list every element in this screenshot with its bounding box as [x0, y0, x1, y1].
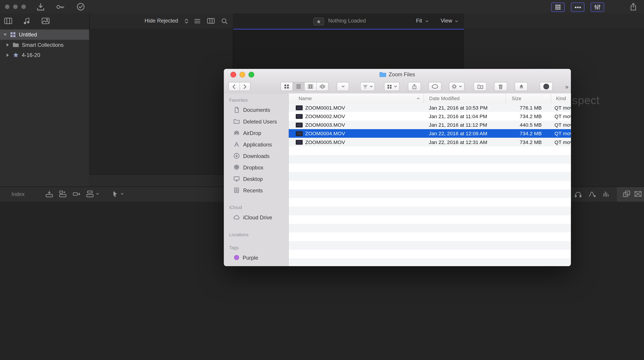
grid-icon	[555, 4, 561, 10]
audio-meters-icon[interactable]	[602, 190, 609, 198]
keyword-key-icon[interactable]	[56, 3, 65, 11]
icon-view-button[interactable]	[281, 82, 292, 90]
list-body: ZOOM0001.MOVJan 21, 2016 at 10:53 PM776.…	[289, 103, 571, 266]
edit-overwrite-icon[interactable]	[86, 190, 94, 198]
finder-sidebar-item-green[interactable]: Green	[224, 263, 288, 266]
fcp-library-sidebar: UntitledSmart Collections4-16-20	[0, 29, 90, 187]
column-header-size[interactable]: Size	[506, 93, 551, 103]
disclosure-right-icon[interactable]	[6, 43, 10, 47]
downloads-icon	[233, 153, 240, 159]
fcp-sidebar-item[interactable]: Untitled	[0, 29, 89, 40]
titles-sidebar-toggle-icon[interactable]	[42, 17, 50, 25]
filmstrip-view-icon[interactable]	[207, 17, 215, 24]
skimming-icon[interactable]	[588, 190, 596, 198]
file-name: ZOOM0005.MOV	[305, 139, 345, 145]
finder-sidebar-item-documents[interactable]: Documents	[224, 104, 288, 116]
finder-sidebar-item-purple[interactable]: Purple	[224, 252, 288, 263]
finder-sidebar-item-downloads[interactable]: Downloads	[224, 150, 288, 162]
dropbox-icon	[233, 164, 240, 171]
file-name: ZOOM0001.MOV	[305, 105, 345, 111]
chevron-down-icon	[341, 85, 345, 88]
delete-button[interactable]	[494, 82, 507, 91]
toolbar-overflow-button[interactable]: »	[562, 82, 571, 91]
chevron-down-icon[interactable]	[120, 192, 124, 195]
zoom-fit-menu[interactable]: Fit	[416, 17, 422, 24]
column-header-name[interactable]: Name	[289, 93, 424, 103]
background-tasks-icon[interactable]	[76, 2, 85, 11]
connect-server-button[interactable]	[540, 82, 553, 91]
tags-button[interactable]	[428, 82, 442, 91]
window-zoom-dot[interactable]	[22, 4, 26, 9]
minimize-button[interactable]	[240, 72, 245, 78]
file-size: 776.1 MB	[506, 105, 551, 111]
pills-icon	[574, 4, 581, 10]
finder-sidebar-item-recents[interactable]: Recents	[224, 184, 288, 196]
favorite-star-chip[interactable]	[313, 17, 324, 25]
file-row[interactable]: ZOOM0003.MOVJan 21, 2016 at 11:12 PM440.…	[289, 121, 571, 129]
movie-file-icon	[296, 131, 303, 136]
file-row[interactable]: ZOOM0001.MOVJan 21, 2016 at 10:53 PM776.…	[289, 103, 571, 112]
grid-icon	[387, 84, 392, 89]
view-menu[interactable]: View	[440, 17, 452, 24]
zoom-button[interactable]	[248, 72, 254, 78]
sort-ascending-icon	[416, 97, 420, 100]
finder-sidebar-item-dropbox[interactable]: Dropbox	[224, 162, 288, 173]
eject-button[interactable]	[515, 82, 528, 91]
close-button[interactable]	[230, 72, 236, 78]
disclosure-down-icon[interactable]	[4, 33, 8, 36]
edit-insert-icon[interactable]	[59, 190, 67, 198]
share-icon[interactable]	[629, 2, 637, 11]
finder-sidebar-item-icloud-drive[interactable]: iCloud Drive	[224, 211, 288, 223]
new-folder-button[interactable]	[474, 82, 486, 91]
file-date-modified: Jan 21, 2016 at 11:04 PM	[424, 113, 506, 119]
forward-button[interactable]	[239, 82, 250, 90]
timeline-index-view-button[interactable]	[571, 2, 584, 12]
item-size-popup[interactable]	[384, 82, 400, 91]
chevron-left-icon	[232, 84, 236, 89]
search-icon[interactable]	[221, 17, 228, 24]
column-view-button[interactable]	[304, 82, 316, 90]
hide-rejected-filter[interactable]: Hide Rejected	[144, 17, 178, 24]
audio-monitor-icon[interactable]	[574, 190, 582, 198]
audio-sidebar-toggle-icon[interactable]	[23, 17, 30, 25]
import-media-icon[interactable]	[36, 2, 45, 11]
window-minimize-dot[interactable]	[13, 4, 18, 9]
finder-sidebar-item-airdrop[interactable]: AirDrop	[224, 127, 288, 139]
edit-connect-icon[interactable]	[45, 190, 54, 198]
file-row[interactable]: ZOOM0002.MOVJan 21, 2016 at 11:04 PM734.…	[289, 112, 571, 120]
finder-sidebar-item-applications[interactable]: Applications	[224, 139, 288, 150]
back-button[interactable]	[229, 82, 239, 90]
file-row[interactable]: ZOOM0004.MOVJan 22, 2016 at 12:09 AM734.…	[289, 129, 571, 138]
index-button[interactable]: Index	[12, 191, 24, 197]
finder-sidebar-item-desktop[interactable]: Desktop	[224, 173, 288, 184]
column-header-kind[interactable]: Kind	[551, 93, 571, 103]
coverflow-view-button[interactable]	[316, 82, 328, 90]
chevron-down-icon[interactable]	[96, 192, 99, 195]
file-size: 734.2 MB	[506, 131, 551, 136]
applications-icon	[233, 141, 240, 148]
file-row[interactable]: ZOOM0005.MOVJan 22, 2016 at 12:31 AM734.…	[289, 138, 571, 146]
list-view-icon[interactable]	[194, 18, 201, 24]
browser-view-button[interactable]	[551, 2, 565, 12]
finder-window[interactable]: Zoom Files	[224, 69, 571, 266]
action-popup[interactable]	[449, 82, 464, 91]
share-button[interactable]	[408, 82, 421, 91]
file-size: 734.2 MB	[506, 139, 551, 145]
group-popup[interactable]	[360, 82, 375, 91]
fcp-sidebar-item[interactable]: 4-16-20	[0, 50, 89, 60]
disclosure-right-icon[interactable]	[6, 53, 10, 57]
eject-icon	[518, 84, 524, 90]
clips-sidebar-toggle-icon[interactable]	[4, 17, 12, 25]
list-view-button[interactable]	[292, 82, 304, 90]
fcp-sidebar-item[interactable]: Smart Collections	[0, 40, 89, 50]
column-header-date[interactable]: Date Modified	[424, 93, 506, 103]
inspector-view-button[interactable]	[590, 2, 604, 12]
duplicate-clips-icon[interactable]	[622, 190, 630, 198]
updown-chevrons-icon[interactable]	[184, 18, 188, 24]
crossed-clip-icon[interactable]	[634, 190, 642, 198]
window-close-dot[interactable]	[5, 4, 10, 9]
edit-append-icon[interactable]	[72, 190, 80, 198]
finder-sidebar-item-deleted-users[interactable]: Deleted Users	[224, 116, 288, 127]
pointer-tool-icon[interactable]	[112, 190, 119, 198]
arrange-popup[interactable]	[337, 82, 349, 91]
